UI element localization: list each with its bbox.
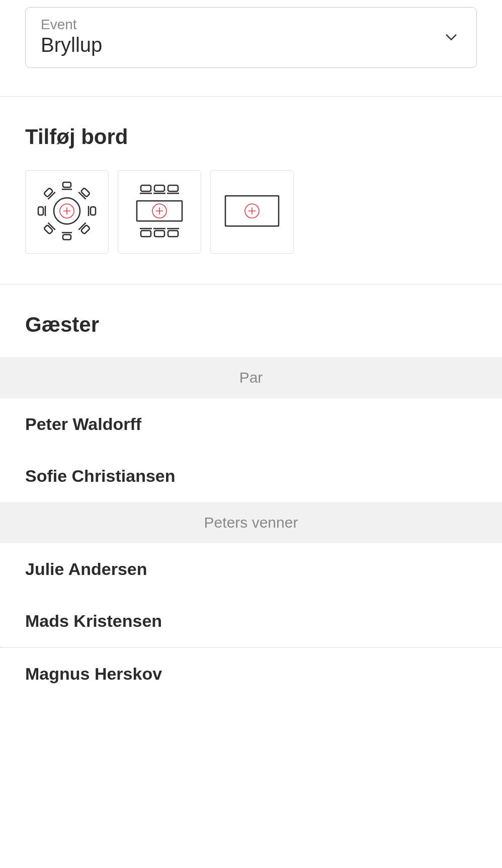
event-select-value: Bryllup <box>41 34 102 56</box>
guest-item[interactable]: Julie Andersen <box>0 543 502 595</box>
svg-rect-28 <box>168 185 178 191</box>
guest-group-header: Par <box>0 357 502 398</box>
guest-item[interactable]: Sofie Christiansen <box>0 450 502 502</box>
svg-rect-34 <box>168 231 178 237</box>
svg-rect-32 <box>154 231 164 237</box>
event-select-label: Event <box>41 17 102 33</box>
svg-rect-24 <box>141 185 151 191</box>
guests-section: Gæster Par Peter Waldorff Sofie Christia… <box>0 284 502 700</box>
table-options <box>25 170 477 254</box>
svg-rect-10 <box>91 207 96 215</box>
svg-rect-4 <box>63 182 71 187</box>
guest-item[interactable]: Mads Kristensen <box>0 595 502 647</box>
svg-rect-30 <box>141 231 151 237</box>
add-table-section: Tilføj bord <box>0 97 502 284</box>
event-select[interactable]: Event Bryllup <box>25 7 477 68</box>
rect-table-seated-icon <box>127 178 192 246</box>
rect-table-empty-icon <box>219 178 285 246</box>
svg-rect-8 <box>38 207 43 215</box>
svg-rect-26 <box>154 185 164 191</box>
guests-title: Gæster <box>25 313 477 337</box>
add-rect-table-empty-button[interactable] <box>210 170 294 254</box>
add-round-table-button[interactable] <box>25 170 109 254</box>
chevron-down-icon <box>441 27 461 47</box>
add-rect-table-seated-button[interactable] <box>118 170 201 254</box>
guest-item[interactable]: Magnus Herskov <box>0 648 502 700</box>
add-table-title: Tilføj bord <box>25 125 477 149</box>
guest-group-header: Peters venner <box>0 502 502 543</box>
round-table-icon <box>34 178 100 246</box>
svg-rect-6 <box>63 235 71 240</box>
guest-item[interactable]: Peter Waldorff <box>0 398 502 450</box>
